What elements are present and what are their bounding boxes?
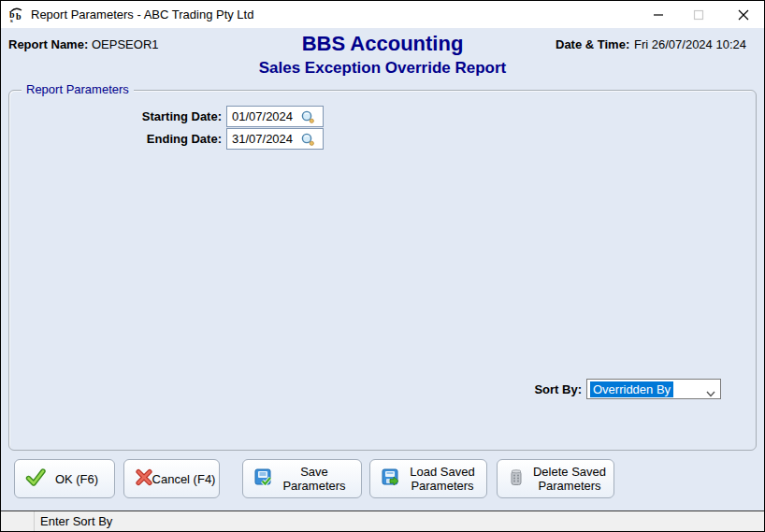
chevron-down-icon bbox=[706, 386, 715, 400]
status-bar: Enter Sort By bbox=[1, 510, 764, 531]
cancel-button[interactable]: Cancel (F4) bbox=[123, 459, 220, 498]
load-saved-parameters-button[interactable]: Load Saved Parameters bbox=[369, 459, 487, 498]
trash-can-icon bbox=[508, 468, 525, 490]
ok-button[interactable]: OK (F6) bbox=[14, 459, 115, 498]
report-parameters-window: b b s Report Parameters - ABC Trading Pt… bbox=[0, 0, 765, 532]
minimize-icon bbox=[653, 9, 664, 21]
ending-date-input[interactable] bbox=[227, 130, 298, 148]
load-disk-arrow-icon bbox=[381, 467, 400, 490]
sort-by-selected-value: Overridden By bbox=[590, 381, 673, 397]
magnifier-icon bbox=[300, 132, 315, 147]
groupbox-legend: Report Parameters bbox=[22, 82, 134, 96]
starting-date-field bbox=[226, 106, 324, 127]
maximize-icon bbox=[693, 9, 704, 21]
window-title: Report Parameters - ABC Trading Pty Ltd bbox=[31, 1, 253, 28]
svg-text:s: s bbox=[10, 17, 13, 23]
report-parameters-groupbox: Report Parameters Starting Date: Ending … bbox=[8, 90, 757, 451]
titlebar: b b s Report Parameters - ABC Trading Pt… bbox=[1, 1, 764, 28]
maximize-button-disabled bbox=[680, 1, 717, 28]
minimize-button[interactable] bbox=[640, 1, 677, 28]
green-check-icon bbox=[25, 467, 46, 491]
svg-text:b: b bbox=[16, 11, 22, 22]
ending-date-lookup-button[interactable] bbox=[298, 130, 317, 149]
save-parameters-button[interactable]: Save Parameters bbox=[242, 459, 362, 498]
magnifier-icon bbox=[300, 109, 315, 124]
sort-by-combobox[interactable]: Overridden By bbox=[586, 379, 721, 399]
datetime-value: Fri 26/07/2024 10:24 bbox=[634, 37, 746, 51]
app-logo-icon: b b s bbox=[7, 6, 25, 23]
status-message: Enter Sort By bbox=[35, 514, 112, 528]
starting-date-input[interactable] bbox=[227, 108, 298, 125]
starting-date-label: Starting Date: bbox=[9, 109, 222, 123]
starting-date-lookup-button[interactable] bbox=[298, 108, 317, 126]
save-disk-icon bbox=[253, 467, 273, 490]
sort-by-label: Sort By: bbox=[441, 382, 582, 396]
datetime-label: Date & Time: bbox=[556, 37, 629, 51]
close-icon bbox=[738, 9, 749, 21]
status-bar-left-cell bbox=[1, 511, 35, 531]
red-cross-icon bbox=[135, 468, 153, 490]
close-button[interactable] bbox=[725, 1, 762, 28]
delete-saved-parameters-button[interactable]: Delete Saved Parameters bbox=[497, 459, 614, 498]
report-title: Sales Exception Override Report bbox=[1, 59, 764, 78]
ending-date-field bbox=[226, 128, 324, 150]
ending-date-label: Ending Date: bbox=[9, 132, 222, 146]
